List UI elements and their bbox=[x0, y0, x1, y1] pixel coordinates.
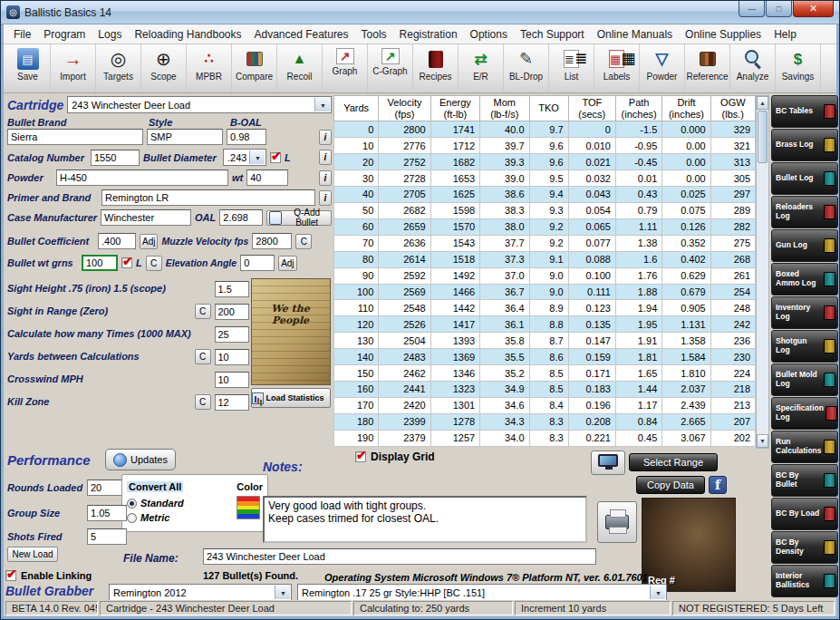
table-row[interactable]: 802614151837.39.10.0881.60.402268 bbox=[334, 251, 756, 267]
registration-photo[interactable]: Reg # bbox=[642, 498, 736, 592]
table-row[interactable]: 02800174140.09.70-1.50.000329 bbox=[334, 121, 756, 138]
table-row[interactable]: 102776171239.79.60.010-0.950.00321 bbox=[334, 138, 756, 154]
table-row[interactable]: 302728165339.09.50.0320.010.00305 bbox=[334, 170, 756, 187]
yards-between-input[interactable] bbox=[215, 349, 249, 365]
sidebar-bullet-log[interactable]: Bullet Log bbox=[771, 162, 838, 195]
enable-linking-checkbox[interactable] bbox=[5, 570, 16, 581]
sight-height-input[interactable] bbox=[215, 281, 249, 297]
table-scrollbar[interactable]: ▲ ▼ bbox=[756, 95, 769, 449]
sidebar-boxed-ammo-log[interactable]: Boxed Ammo Log bbox=[771, 263, 838, 295]
close-button[interactable]: ✕ bbox=[793, 1, 834, 17]
menu-logs[interactable]: Logs bbox=[92, 25, 128, 44]
scrollbar-thumb[interactable] bbox=[758, 111, 768, 163]
c-button[interactable]: C bbox=[295, 234, 312, 249]
metric-radio-row[interactable]: Metric bbox=[127, 512, 229, 523]
color-swatch-icon[interactable] bbox=[237, 496, 260, 519]
table-row[interactable]: 1002569146636.79.00.1111.880.679254 bbox=[334, 284, 756, 300]
maximize-button[interactable]: □ bbox=[766, 1, 792, 17]
menu-registration[interactable]: Registration bbox=[393, 25, 464, 44]
select-range-button[interactable]: Select Range bbox=[629, 453, 718, 471]
muzzle-velocity-input[interactable] bbox=[252, 233, 292, 249]
bullet-diameter-select[interactable]: .243 bbox=[223, 149, 266, 166]
new-load-button[interactable]: New Load bbox=[7, 547, 58, 562]
group-size-input[interactable] bbox=[87, 505, 127, 521]
toolbar-compare[interactable]: Compare bbox=[232, 44, 277, 92]
powder-wt-input[interactable] bbox=[246, 170, 288, 186]
c-button[interactable]: C bbox=[195, 304, 211, 319]
menu-online-manuals[interactable]: Online Manuals bbox=[591, 25, 679, 44]
table-row[interactable]: 602659157038.09.20.0651.110.126282 bbox=[334, 218, 756, 235]
sidebar-bc-tables[interactable]: BC Tables bbox=[771, 95, 838, 128]
table-row[interactable]: 1902379125734.08.30.2210.453.067202 bbox=[334, 430, 756, 446]
monitor-button[interactable] bbox=[591, 450, 625, 475]
load-statistics-button[interactable]: Load Statistics bbox=[251, 388, 331, 408]
enable-linking-toggle[interactable]: Enable Linking bbox=[5, 570, 92, 581]
info-button[interactable]: i bbox=[319, 190, 332, 206]
powder-input[interactable] bbox=[56, 170, 228, 186]
table-row[interactable]: 1602441132334.98.50.1831.442.037218 bbox=[334, 382, 756, 398]
sidebar-shotgun-log[interactable]: Shotgun Log bbox=[771, 330, 838, 363]
elevation-angle-input[interactable] bbox=[240, 255, 275, 271]
standard-radio-row[interactable]: Standard bbox=[127, 498, 229, 509]
menu-tools[interactable]: Tools bbox=[355, 25, 393, 44]
toolbar-bl-drop[interactable]: BL-Drop bbox=[504, 44, 549, 92]
toolbar-c-graph[interactable]: C-Graph bbox=[368, 44, 413, 92]
toolbar-analyze[interactable]: Analyze bbox=[730, 44, 776, 92]
facebook-button[interactable]: f bbox=[709, 476, 727, 494]
grabber-brand-select[interactable]: Remington 2012 bbox=[109, 584, 292, 601]
toolbar-labels[interactable]: ▦Labels bbox=[594, 44, 640, 92]
info-button[interactable]: i bbox=[319, 170, 332, 186]
menu-advanced-features[interactable]: Advanced Features bbox=[247, 25, 354, 44]
updates-button[interactable]: Updates bbox=[105, 449, 176, 470]
table-row[interactable]: 702636154337.79.20.0771.380.352275 bbox=[334, 235, 756, 251]
oal-input[interactable] bbox=[219, 209, 263, 226]
table-row[interactable]: 902592149237.09.00.1001.760.629261 bbox=[334, 267, 756, 284]
file-name-input[interactable] bbox=[203, 548, 596, 565]
primer-input[interactable] bbox=[101, 189, 315, 206]
sidebar-brass-log[interactable]: Brass Log bbox=[771, 129, 838, 161]
toolbar-save[interactable]: Save bbox=[5, 44, 51, 92]
bullet-coefficient-input[interactable] bbox=[98, 233, 136, 249]
toolbar-import[interactable]: Import bbox=[51, 44, 96, 92]
boal-input[interactable] bbox=[227, 129, 266, 145]
menu-reloading-handbooks[interactable]: Reloading Handbooks bbox=[128, 25, 247, 44]
minimize-button[interactable]: — bbox=[739, 1, 765, 17]
table-row[interactable]: 1102548144236.48.90.1231.940.905248 bbox=[334, 300, 756, 316]
table-row[interactable]: 1302504139335.88.70.1471.911.358236 bbox=[334, 333, 756, 349]
bullet-brand-input[interactable] bbox=[7, 129, 143, 145]
info-button[interactable]: i bbox=[319, 130, 332, 145]
bullet-wt-input[interactable] bbox=[82, 255, 118, 271]
c-button[interactable]: C bbox=[195, 349, 211, 364]
standard-radio[interactable] bbox=[127, 499, 137, 509]
sidebar-interior-ballistics[interactable]: Interior Ballistics bbox=[771, 565, 838, 597]
sight-in-range-input[interactable] bbox=[215, 304, 249, 320]
notes-textarea[interactable]: Very good load with tight groups. Keep c… bbox=[263, 496, 587, 543]
adj-button[interactable]: Adj bbox=[140, 234, 158, 249]
c-button[interactable]: C bbox=[195, 394, 211, 410]
toolbar-powder[interactable]: Powder bbox=[640, 44, 685, 92]
adj-button[interactable]: Adj bbox=[278, 256, 296, 271]
table-row[interactable]: 402705162538.69.40.0430.430.025297 bbox=[334, 186, 756, 202]
metric-radio[interactable] bbox=[127, 513, 137, 523]
sidebar-bc-by-bullet[interactable]: BC By Bullet bbox=[771, 464, 838, 497]
toolbar-er[interactable]: E/R bbox=[459, 44, 504, 92]
style-input[interactable] bbox=[147, 129, 223, 145]
table-row[interactable]: 202752168239.39.60.021-0.450.00313 bbox=[334, 154, 756, 170]
table-row[interactable]: 1802399127834.38.30.2080.842.665207 bbox=[334, 413, 756, 430]
toolbar-scope[interactable]: Scope bbox=[141, 44, 187, 92]
table-row[interactable]: 1502462134635.28.50.1711.651.810224 bbox=[334, 365, 756, 382]
sidebar-gun-log[interactable]: Gun Log bbox=[771, 229, 838, 262]
bullet-wt-lock-checkbox[interactable] bbox=[121, 257, 132, 268]
toolbar-reference[interactable]: Reference bbox=[685, 44, 730, 92]
toolbar-mpbr[interactable]: MPBR bbox=[187, 44, 232, 92]
menu-help[interactable]: Help bbox=[768, 25, 803, 44]
case-manufacturer-input[interactable] bbox=[101, 209, 191, 226]
kill-zone-input[interactable] bbox=[215, 394, 249, 411]
grabber-bullet-select[interactable]: Remington .17 25 gr Style:HHP [BC .151] bbox=[297, 584, 667, 601]
toolbar-recoil[interactable]: Recoil bbox=[277, 44, 323, 92]
calc-times-input[interactable] bbox=[215, 326, 249, 343]
toolbar-savings[interactable]: Savings bbox=[776, 44, 821, 92]
cartridge-select[interactable]: 243 Winchester Deer Load bbox=[67, 96, 332, 113]
print-button[interactable] bbox=[597, 501, 637, 543]
display-grid-checkbox[interactable] bbox=[355, 451, 366, 462]
